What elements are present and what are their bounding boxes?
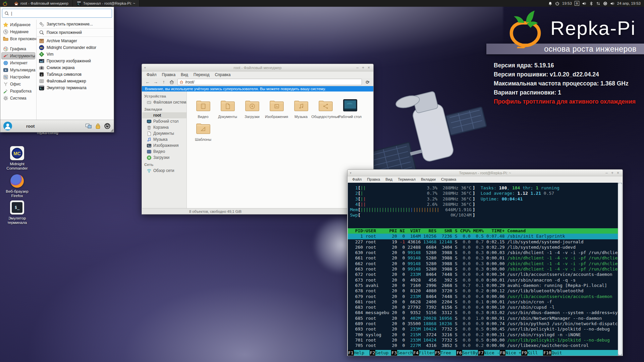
menu-category-8[interactable]: Офис: [1, 80, 35, 87]
sidebar-item[interactable]: root: [142, 112, 186, 118]
menu-search-input[interactable]: |: [2, 9, 112, 18]
file-item[interactable]: Рабочий стол: [338, 99, 362, 119]
process-row-pid-684[interactable]: 684 messagebu200935251563312S0.00.30:03.…: [348, 310, 618, 315]
taskbar-window-file-manager[interactable]: root - Файловый менеджер: [10, 0, 73, 7]
process-row-pid-662[interactable]: 662 root2009914852803988S0.00.30:00.00 /…: [348, 261, 618, 266]
terminal-menu-5[interactable]: Справка: [438, 177, 459, 182]
process-row-pid-663[interactable]: 663 root2009914852803988S0.00.30:00.00 /…: [348, 266, 618, 272]
terminal-menu-0[interactable]: Файл: [350, 177, 364, 182]
process-row-pid-701[interactable]: 701 root200233M104247732S0.00.50:00.00 /…: [348, 338, 618, 343]
file-item[interactable]: Общедоступные: [313, 99, 338, 119]
sidebar-item[interactable]: Рабочий стол: [142, 118, 186, 124]
desktop-icon-firefox[interactable]: Веб-браузер Firefox: [1, 174, 33, 198]
menu-category-9[interactable]: Разработка: [1, 87, 35, 95]
sidebar-item[interactable]: Изображения: [142, 142, 186, 148]
maximize-button[interactable]: +: [609, 170, 615, 176]
menu-item-5[interactable]: Просмотр изображений: [37, 58, 114, 64]
scrollbar-thumb[interactable]: [618, 183, 622, 355]
process-row-pid-689[interactable]: 689 root200355001886810236S0.00.90:00.74…: [348, 321, 618, 326]
process-row-pid-685[interactable]: 685 root200402M2002816956S0.01.00:00.91 …: [348, 316, 618, 321]
fkey-f2[interactable]: F2: [370, 350, 376, 356]
volume-icon[interactable]: [582, 1, 586, 6]
terminal-menu-4[interactable]: Вкладки: [418, 177, 438, 182]
home-button[interactable]: [168, 79, 175, 85]
menu-item-7[interactable]: aТаблица символов: [37, 71, 114, 78]
process-table-header[interactable]: PID▽USERPRINIVIRTRESSHRSCPU%MEM%TIME+Com…: [348, 228, 618, 234]
menu-item-6[interactable]: Снимок экрана: [37, 64, 114, 71]
process-row-pid-675[interactable]: 675 avahi200716029962668S0.70.10:00.29 a…: [348, 283, 618, 288]
fkey-f4[interactable]: F4: [413, 350, 419, 356]
fm-menu-0[interactable]: Файл: [144, 72, 159, 77]
audio-icon[interactable]: [610, 1, 614, 6]
process-row-pid-683[interactable]: 683 root2002779273926156S0.00.40:00.10 /…: [348, 305, 618, 310]
menu-category-10[interactable]: Система: [1, 95, 35, 102]
process-row-pid-681[interactable]: 681 root200662824002204S0.00.10:00.01 /u…: [348, 299, 618, 305]
reload-button[interactable]: ⟳: [364, 79, 371, 85]
desktop-icon-terminal-emulator[interactable]: $_ Эмулятор терминала: [1, 200, 33, 225]
process-row-pid-679[interactable]: 679 root200233M84647448S0.00.40:00.06 /u…: [348, 294, 618, 299]
process-row-pid-673[interactable]: 673 root2004928456392S0.00.00:00.01 /usr…: [348, 278, 618, 283]
network-icon[interactable]: [596, 1, 600, 6]
close-button[interactable]: ×: [615, 170, 621, 176]
fkey-f5[interactable]: F5: [435, 350, 441, 356]
sidebar-item[interactable]: Видео: [142, 148, 186, 155]
process-row-pid-630[interactable]: 630 root2009914852803988S0.00.30:00.03 /…: [348, 250, 618, 255]
window-menu-icon[interactable]: ▾: [350, 171, 352, 175]
menu-item-1[interactable]: Поиск приложений: [37, 29, 114, 36]
sidebar-item[interactable]: Документы: [142, 130, 186, 136]
menu-category-0[interactable]: Избранное: [1, 21, 35, 28]
fm-menu-4[interactable]: Справка: [212, 72, 233, 77]
maximize-button[interactable]: +: [360, 65, 366, 71]
process-row-pid-260[interactable]: 260 root2002248866843404S0.00.30:02.29 /…: [348, 245, 618, 250]
process-row-pid-672[interactable]: 672 root200233M84647448S0.00.40:00.34 /u…: [348, 272, 618, 277]
terminal-scrollbar[interactable]: [618, 183, 622, 356]
fkey-f6[interactable]: F6: [456, 350, 462, 356]
process-row-pid-661[interactable]: 661 root2009914852803988S0.00.30:00.01 /…: [348, 255, 618, 261]
terminal-titlebar[interactable]: ▾ Терминал - root@Repka-Pi: ~ – + ×: [347, 170, 623, 176]
menu-item-8[interactable]: Файловый менеджер: [37, 78, 114, 84]
file-item[interactable]: Загрузки: [240, 99, 264, 119]
menu-category-2[interactable]: Все приложения: [1, 35, 35, 42]
process-row-pid-700[interactable]: 700 syslog200215M37243216S0.00.20:00.31 …: [348, 332, 618, 338]
close-button[interactable]: ×: [366, 65, 372, 71]
minimize-button[interactable]: –: [604, 170, 609, 176]
menu-item-3[interactable]: MCMidnight Commander editor: [37, 44, 114, 51]
bluetooth-icon[interactable]: [589, 1, 593, 6]
file-item[interactable]: Видео: [191, 99, 215, 119]
fm-titlebar[interactable]: ▾ root - Файловый менеджер – + ×: [142, 64, 373, 71]
fkey-f8[interactable]: F8: [500, 350, 506, 356]
fm-menu-2[interactable]: Вид: [178, 72, 191, 77]
status-circle-icon[interactable]: [603, 1, 607, 6]
sidebar-item[interactable]: Музыка: [142, 136, 186, 142]
up-button[interactable]: ↑: [160, 79, 167, 85]
fm-menu-1[interactable]: Правка: [159, 72, 178, 77]
file-item[interactable]: Музыка: [289, 99, 313, 119]
keyboard-layout-indicator[interactable]: a: [575, 1, 579, 6]
terminal-menu-2[interactable]: Вид: [383, 177, 395, 182]
terminal-screen[interactable]: 1[||3.3% 288MHz 36°C]2[|0.7% 288MHz 36°C…: [348, 183, 622, 356]
fkey-f1[interactable]: F1: [348, 350, 354, 356]
file-item[interactable]: Документы: [215, 99, 240, 119]
menu-category-3[interactable]: Графика: [1, 45, 35, 52]
process-row-pid-705[interactable]: 705 root200227M43163852S0.00.20:00.06 /u…: [348, 343, 618, 348]
menu-category-1[interactable]: Недавние: [1, 28, 35, 35]
terminal-menu-1[interactable]: Правка: [364, 177, 383, 182]
applications-menu-button[interactable]: [0, 0, 10, 7]
power-manager-icon[interactable]: [555, 1, 559, 6]
fkey-f9[interactable]: F9: [521, 350, 527, 356]
menu-item-2[interactable]: Archive Manager: [37, 38, 114, 44]
fkey-f7[interactable]: F7: [478, 350, 484, 356]
process-row-pid-1[interactable]: 1 root200164M102567236S0.00.50:07.48 /sb…: [348, 234, 618, 239]
window-menu-icon[interactable]: ▾: [144, 66, 146, 69]
lock-screen-button[interactable]: [95, 123, 101, 129]
menu-category-5[interactable]: Интернет: [1, 59, 35, 66]
path-bar[interactable]: /root/: [177, 79, 362, 85]
menu-category-7[interactable]: Настройки: [1, 73, 35, 80]
terminal-menu-3[interactable]: Терминал: [395, 177, 418, 182]
menu-item-0[interactable]: Запустить приложение...: [37, 21, 114, 27]
fm-menu-3[interactable]: Переход: [191, 72, 212, 77]
menu-category-6[interactable]: Мультимедиа: [1, 66, 35, 73]
process-row-pid-227[interactable]: 227 root19-1436161346812148S0.00.70:02.1…: [348, 239, 618, 245]
menu-item-4[interactable]: VVim: [37, 51, 114, 58]
menu-category-4[interactable]: Инструменты: [1, 52, 35, 59]
